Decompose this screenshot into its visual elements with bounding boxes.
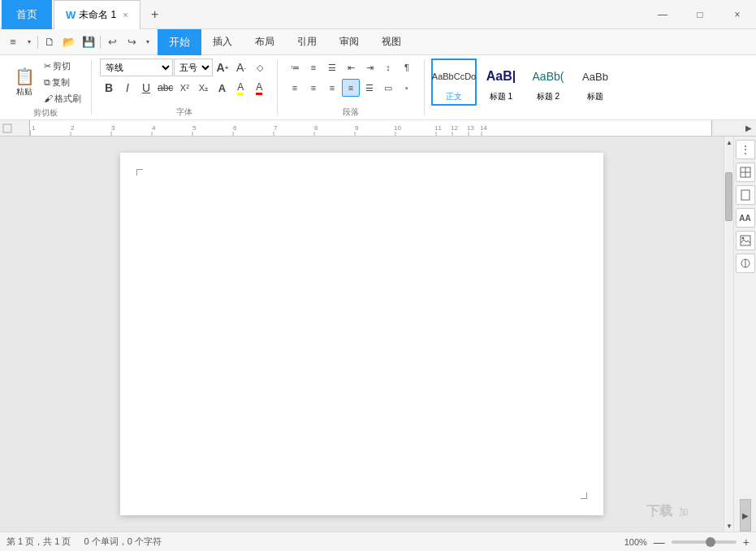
svg-text:5: 5 (192, 124, 197, 132)
style-heading1[interactable]: AaB| 标题 1 (478, 59, 524, 106)
sidebar-collapse-button[interactable]: ▶ (740, 499, 751, 531)
strikethrough-button[interactable]: abc (156, 79, 175, 97)
ribbon-tabs: 开始 插入 布局 引用 审阅 视图 (158, 29, 413, 55)
new-tab-button[interactable]: + (144, 3, 166, 26)
titlebar: 首页 W 未命名 1 × + — □ × (0, 0, 756, 29)
increase-indent-button[interactable]: ⇥ (361, 59, 378, 76)
menu-button[interactable]: ≡ (3, 33, 23, 52)
decrease-indent-button[interactable]: ⇤ (342, 59, 360, 76)
clear-format-button[interactable]: ◇ (251, 59, 269, 76)
styles-group: AaBbCcDo 正文 AaB| 标题 1 AaBb( 标题 2 AaBb 标题 (428, 55, 621, 119)
svg-text:加: 加 (679, 506, 689, 518)
font-family-select[interactable]: 等线 (100, 59, 173, 76)
tab-home[interactable]: 首页 (2, 0, 52, 29)
subscript-button[interactable]: X₂ (194, 79, 212, 97)
save-button[interactable]: 💾 (79, 33, 98, 52)
ruler[interactable]: 1 2 3 4 5 6 7 8 9 10 11 (0, 120, 756, 137)
cut-label: 剪切 (53, 60, 71, 72)
maximize-button[interactable]: □ (681, 0, 719, 29)
ruler-scroll-right[interactable]: ▶ (741, 120, 756, 137)
style-normal-preview: AaBbCcDo (432, 62, 476, 91)
open-button[interactable]: 📂 (59, 33, 79, 52)
style-heading-label: 标题 (587, 91, 603, 102)
clipboard-content: 📋 粘贴 ✂ 剪切 ⧉ 复制 🖌 格式刷 (8, 59, 83, 106)
numbering-button[interactable]: ≡ (305, 59, 322, 76)
font-size-select[interactable]: 五号 (174, 59, 213, 76)
style-heading[interactable]: AaBb 标题 (572, 59, 618, 106)
italic-button[interactable]: I (119, 79, 136, 97)
font-color-button[interactable]: A (250, 79, 268, 97)
close-button[interactable]: × (719, 0, 756, 29)
style-normal[interactable]: AaBbCcDo 正文 (431, 59, 477, 106)
sidebar-image-button[interactable] (736, 231, 755, 250)
doc-tab-label: 未命名 1 (79, 8, 116, 22)
clipboard-group: 📋 粘贴 ✂ 剪切 ⧉ 复制 🖌 格式刷 剪切板 (3, 55, 88, 119)
copy-button[interactable]: ⧉ 复制 (42, 75, 83, 89)
format-painter-label: 格式刷 (54, 93, 81, 105)
zoom-slider-thumb[interactable] (706, 537, 715, 547)
ruler-inner[interactable]: 1 2 3 4 5 6 7 8 9 10 11 (29, 120, 712, 137)
undo-button[interactable]: ↩ (102, 33, 122, 52)
redo-button[interactable]: ↪ (122, 33, 141, 52)
sidebar-table-button[interactable] (736, 163, 755, 182)
tab-references[interactable]: 引用 (286, 29, 328, 55)
cut-button[interactable]: ✂ 剪切 (42, 59, 83, 73)
new-document-button[interactable]: 🗋 (40, 33, 59, 52)
document-page[interactable] (120, 153, 603, 515)
justify-button[interactable]: ≡ (342, 79, 360, 97)
text-highlight-button[interactable]: A (231, 79, 249, 97)
minimize-button[interactable]: — (644, 0, 681, 29)
format-painter-button[interactable]: 🖌 格式刷 (42, 91, 83, 106)
vertical-scrollbar[interactable]: ▲ ▼ (724, 137, 733, 531)
sidebar-circle-button[interactable] (736, 254, 755, 273)
tab-insert[interactable]: 插入 (201, 29, 244, 55)
shrink-font-button[interactable]: A- (232, 59, 250, 76)
zoom-slider[interactable] (672, 540, 737, 544)
bold-button[interactable]: B (100, 79, 118, 97)
svg-point-36 (741, 237, 744, 240)
scroll-track[interactable] (724, 148, 733, 520)
font-group: 等线 五号 A+ A- ◇ B I U abc X² X₂ A A (95, 55, 274, 119)
zoom-in-button[interactable]: + (743, 536, 750, 549)
para-row2: ≡ ≡ ≡ ≡ ☰ ▭ ▪ (286, 79, 416, 97)
superscript-button[interactable]: X² (175, 79, 193, 97)
underline-button[interactable]: U (137, 79, 155, 97)
tab-start[interactable]: 开始 (158, 29, 201, 55)
tab-document[interactable]: W 未命名 1 × (54, 0, 140, 29)
copy-label: 复制 (52, 76, 70, 89)
shading-button[interactable]: ▪ (398, 79, 416, 97)
paste-button[interactable]: 📋 粘贴 (8, 59, 41, 106)
tab-close-button[interactable]: × (123, 10, 127, 20)
justify-dist-button[interactable]: ☰ (361, 79, 378, 97)
scroll-thumb[interactable] (725, 172, 732, 221)
sidebar-text-button[interactable]: AA (736, 208, 755, 228)
undo-dropdown[interactable]: ▾ (141, 33, 154, 52)
style-heading2-label: 标题 2 (537, 91, 559, 102)
tab-review[interactable]: 审阅 (328, 29, 370, 55)
sidebar-menu-button[interactable]: ⋮ (736, 140, 755, 159)
svg-text:12: 12 (451, 124, 458, 132)
tab-view[interactable]: 视图 (370, 29, 413, 55)
sidebar-page-button[interactable] (736, 185, 755, 205)
border-button[interactable]: ▭ (379, 79, 397, 97)
align-left-button[interactable]: ≡ (286, 79, 304, 97)
image-icon (740, 235, 751, 246)
align-center-button[interactable]: ≡ (305, 79, 322, 97)
grow-font-button[interactable]: A+ (214, 59, 231, 76)
paragraph-marks-button[interactable]: ¶ (398, 59, 416, 76)
bullets-button[interactable]: ≔ (286, 59, 304, 76)
style-heading2-preview: AaBb( (533, 62, 564, 91)
sort-button[interactable]: ↕ (379, 59, 397, 76)
outline-button[interactable]: ☰ (323, 59, 341, 76)
change-case-button[interactable]: A (213, 79, 231, 97)
menu-dropdown[interactable]: ▾ (23, 33, 36, 52)
zoom-out-button[interactable]: — (654, 536, 665, 549)
style-heading2[interactable]: AaBb( 标题 2 (525, 59, 571, 106)
zoom-percent: 100% (624, 537, 647, 547)
main-area: 下载 加 ▲ ▼ ⋮ AA (0, 137, 756, 531)
document-area[interactable]: 下载 加 (0, 137, 724, 531)
align-right-button[interactable]: ≡ (323, 79, 341, 97)
quick-access-toolbar: ≡ ▾ 🗋 📂 💾 ↩ ↪ ▾ (0, 29, 158, 55)
tab-layout[interactable]: 布局 (244, 29, 286, 55)
font-row1: 等线 五号 A+ A- ◇ (100, 59, 269, 76)
